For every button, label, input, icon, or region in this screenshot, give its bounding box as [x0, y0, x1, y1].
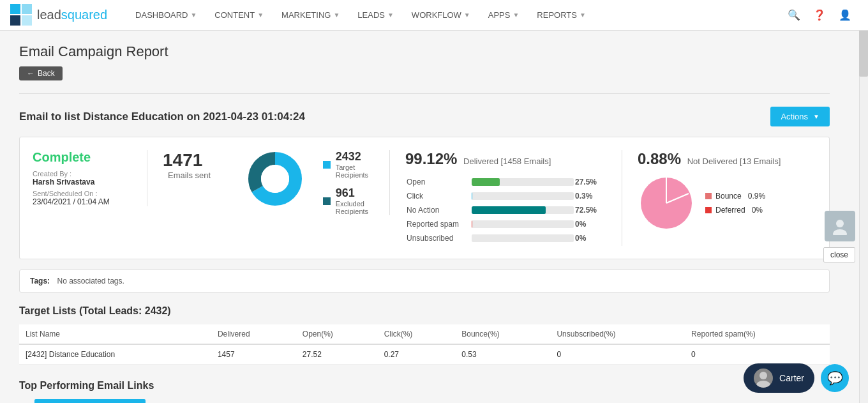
campaign-header-row: Email to list Distance Education on 2021…	[19, 107, 830, 126]
nav-dashboard-chevron: ▼	[190, 11, 197, 19]
metric-pct: 0%	[575, 218, 605, 231]
chat-avatar	[754, 369, 773, 388]
recipients-info: 2432 Target Recipients 961 Excluded Reci…	[323, 150, 374, 215]
metric-row: No Action 72.5%	[407, 204, 605, 217]
nav-reports[interactable]: REPORTS ▼	[528, 0, 595, 31]
list-reported-spam-pct: 0	[685, 344, 830, 365]
actions-button[interactable]: Actions ▼	[770, 107, 830, 126]
metric-pct: 0.3%	[575, 190, 605, 202]
col-click-pct: Click(%)	[378, 324, 456, 344]
logo-squared-text: squared	[61, 8, 107, 22]
nav-leads[interactable]: LEADS ▼	[348, 0, 403, 31]
nav-dashboard[interactable]: DASHBOARD ▼	[126, 0, 206, 31]
chat-bar[interactable]: Carter	[744, 363, 814, 393]
back-label: Back	[38, 69, 55, 78]
target-lists-body: [2432] Distance Education 1457 27.52 0.2…	[19, 344, 830, 365]
col-delivered: Delivered	[211, 324, 296, 344]
back-arrow-icon: ←	[27, 69, 34, 78]
status-label: Complete	[33, 150, 110, 165]
nav-apps[interactable]: APPS ▼	[479, 0, 528, 31]
metric-row: Click 0.3%	[407, 190, 605, 202]
excluded-recipients-row: 961 Excluded Recipients	[323, 186, 374, 215]
metric-row: Open 27.5%	[407, 176, 605, 188]
metric-bar-cell	[472, 176, 574, 188]
help-button[interactable]: ❓	[807, 0, 832, 31]
deferred-label: Deferred	[715, 206, 745, 215]
col-bounce-pct: Bounce(%)	[455, 324, 550, 344]
col-unsubscribed-pct: Unsubscribed(%)	[550, 324, 685, 344]
metric-name: Unsubscribed	[407, 232, 470, 245]
target-recipients-row: 2432 Target Recipients	[323, 150, 374, 179]
list-bounce-pct: 0.53	[455, 344, 550, 365]
top-performing-link[interactable]: http://www.leadsquared.com/	[34, 399, 146, 403]
svg-point-6	[261, 165, 289, 193]
col-open-pct: Open(%)	[296, 324, 378, 344]
metric-row: Reported spam 0%	[407, 218, 605, 231]
table-row: [2432] Distance Education 1457 27.52 0.2…	[19, 344, 830, 365]
metric-bar-bg	[472, 178, 574, 186]
nav-marketing-chevron: ▼	[333, 11, 340, 19]
metrics-table: Open 27.5% Click 0.3% No Action	[405, 174, 606, 246]
search-button[interactable]: 🔍	[781, 0, 807, 31]
tags-label: Tags:	[30, 277, 50, 285]
chat-bubble-button[interactable]: 💬	[821, 364, 849, 392]
nav-icons: 🔍 ❓ 👤	[781, 0, 858, 31]
not-delivered-label: Not Delivered [13 Emails]	[687, 156, 781, 166]
not-delivered-percentage: 0.88%	[638, 150, 681, 167]
excluded-label: Excluded Recipients	[336, 200, 374, 215]
nav-items: DASHBOARD ▼ CONTENT ▼ MARKETING ▼ LEADS …	[126, 0, 781, 31]
svg-point-10	[836, 220, 844, 227]
target-lists-table: List Name Delivered Open(%) Click(%) Bou…	[19, 324, 830, 365]
bounce-legend: Bounce 0.9% Deferred 0%	[705, 192, 765, 215]
svg-rect-3	[22, 15, 32, 26]
deferred-legend-row: Deferred 0%	[705, 206, 765, 215]
metric-bar-cell	[472, 232, 574, 245]
chat-avatar-icon	[754, 369, 773, 388]
top-performing-row: 4 http://www.leadsquared.com/	[19, 399, 830, 403]
metric-name: Reported spam	[407, 218, 470, 231]
metric-bar-bg	[472, 206, 574, 214]
list-click-pct: 0.27	[378, 344, 456, 365]
campaign-title: Email to list Distance Education on 2021…	[19, 110, 305, 123]
target-color-square	[323, 161, 331, 169]
actions-chevron-icon: ▼	[813, 113, 819, 120]
scrollbar-track	[859, 0, 868, 403]
metric-bar-fill	[472, 178, 500, 186]
tags-row: Tags: No associated tags.	[19, 270, 830, 293]
created-by-name: Harsh Srivastava	[33, 178, 110, 186]
list-open-pct: 27.52	[296, 344, 378, 365]
metric-bar-fill	[472, 206, 546, 214]
svg-rect-0	[10, 4, 20, 14]
back-button[interactable]: ← Back	[19, 66, 63, 80]
nav-marketing[interactable]: MARKETING ▼	[273, 0, 348, 31]
bounce-label: Bounce	[715, 192, 742, 201]
list-name: [2432] Distance Education	[19, 344, 211, 365]
metric-bar-cell	[472, 204, 574, 217]
user-button[interactable]: 👤	[832, 0, 858, 31]
target-lists-title: Target Lists (Total Leads: 2432)	[19, 305, 830, 317]
logo[interactable]: leadsquared	[10, 4, 107, 27]
nav-workflow[interactable]: WORKFLOW ▼	[403, 0, 479, 31]
created-by-label: Created By :	[33, 170, 110, 178]
target-lists-header: List Name Delivered Open(%) Click(%) Bou…	[19, 324, 830, 344]
metric-bar-cell	[472, 190, 574, 202]
nav-apps-chevron: ▼	[513, 11, 519, 19]
col-list-name: List Name	[19, 324, 211, 344]
emails-sent-section: 1471 Emails sent 2432	[163, 150, 390, 215]
excluded-color-square	[323, 197, 331, 205]
chat-bubble-icon: 💬	[827, 370, 843, 386]
emails-donut-chart	[246, 150, 304, 208]
nav-workflow-chevron: ▼	[464, 11, 470, 19]
not-delivered-section: 0.88% Not Delivered [13 Emails]	[638, 150, 816, 232]
nav-content[interactable]: CONTENT ▼	[206, 0, 273, 31]
delivered-section: 99.12% Delivered [1458 Emails] Open 27.5…	[405, 150, 622, 246]
close-button[interactable]: close	[823, 247, 855, 262]
deferred-pct: 0%	[752, 206, 763, 215]
list-delivered: 1457	[211, 344, 296, 365]
navbar: leadsquared DASHBOARD ▼ CONTENT ▼ MARKET…	[0, 0, 868, 31]
col-reported-spam-pct: Reported spam(%)	[685, 324, 830, 344]
metric-bar-bg	[472, 192, 574, 200]
emails-sent-label: Emails sent	[168, 171, 211, 180]
user-silhouette-icon	[831, 217, 849, 235]
metric-pct: 72.5%	[575, 204, 605, 217]
